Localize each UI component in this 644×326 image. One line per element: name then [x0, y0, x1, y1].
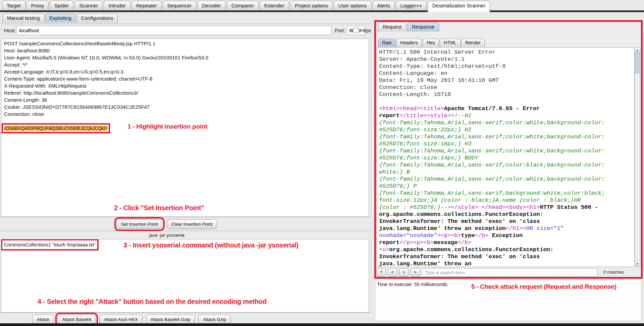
response-line: InvokerTransformer: The method 'exec' on…	[379, 218, 632, 225]
response-text-segment: HTTP Status 500 -	[540, 204, 598, 211]
request-line-post-samplecommonscollections3-testbase6: POST /sampleCommonsCollections3/testBase…	[4, 41, 366, 48]
response-text-segment: org.apache.commons.collections.FunctorEx…	[389, 246, 554, 253]
main-tab-bar: TargetProxySpiderScannerIntruderRepeater…	[2, 1, 490, 10]
search-input[interactable]	[422, 268, 598, 277]
viewtab-hex[interactable]: Hex	[423, 39, 439, 47]
response-text-segment: message	[434, 239, 458, 246]
response-text-segment: {font-family:Tahoma,Arial,sans-serif;col…	[379, 134, 605, 140]
viewtab-render[interactable]: Render	[461, 39, 485, 47]
response-text-segment: <u>	[379, 246, 389, 253]
button-attack-gzip[interactable]: Attack Gzip	[198, 315, 231, 324]
https-checkbox[interactable]	[353, 28, 359, 33]
response-text-segment: java.lang.Runtime' threw an exception	[379, 225, 505, 232]
ysoserial-label: java -jar ysoserial	[149, 233, 184, 238]
viewtab-html[interactable]: HTML	[440, 39, 461, 47]
request-line-accept-language-it-it-it-q-0-8-en-us-q-0: Accept-Language: it-IT,it;q=0.8,en-US;q=…	[4, 69, 366, 76]
response-line: Content-Length: 10718	[379, 91, 632, 98]
tab-alerts[interactable]: Alerts	[372, 1, 394, 10]
response-text-segment: white;} B	[379, 169, 410, 175]
response-text-segment: type	[461, 232, 475, 239]
viewtab-headers[interactable]: Headers	[396, 39, 422, 47]
response-line: Connection: close	[379, 84, 632, 91]
button-attack-ascii-hex[interactable]: Attack Ascii HEX	[99, 315, 143, 324]
response-text-segment: {font-family:Tahoma,Arial,sans-serif;bac…	[379, 190, 605, 196]
response-text-segment: <html><head><title>	[379, 105, 444, 112]
tab-project-options[interactable]: Project options	[290, 1, 333, 10]
response-text-segment: Content-Length: 10718	[379, 91, 451, 98]
button-clear-insertion-point[interactable]: Clear Insertion Point	[167, 219, 217, 229]
button-attack-base64[interactable]: Attack Base64	[57, 315, 96, 324]
response-text-segment: Content-Language: en	[379, 70, 447, 77]
annotation-4: 4 - Select the right "Attack" button bas…	[38, 298, 267, 306]
response-line: {font-family:Tahoma,Arial,sans-serif;col…	[379, 162, 632, 169]
annotation-1: 1 - Highlight insertion point	[127, 123, 207, 130]
scroll-down-icon[interactable]: ▼	[635, 261, 640, 267]
tab-scanner[interactable]: Scanner	[74, 1, 103, 10]
subtab-exploiting[interactable]: Exploiting	[45, 13, 76, 23]
response-text-segment: #525D76;} P	[379, 183, 417, 189]
response-line: Server: Apache-Coyote/1.1	[379, 56, 632, 63]
subtab-configurations[interactable]: Configurations	[77, 13, 118, 23]
tab-user-options[interactable]: User options	[334, 1, 371, 10]
response-text-segment: #525D76;font-size:16px;} H3	[379, 141, 471, 147]
sub-tab-bar: Manual testingExploitingConfigurations	[3, 13, 118, 23]
response-text-segment: #525D76;font-size:22px;} H2	[379, 127, 471, 133]
response-text-segment: </b>	[475, 232, 489, 239]
button-attack[interactable]: Attack	[32, 315, 54, 324]
time-to-execute: Time to execute: 55 milliseconds	[377, 282, 447, 287]
response-text-segment: Apache Tomcat/7.0.65 - Error	[444, 105, 540, 112]
tab-proxy[interactable]: Proxy	[26, 1, 49, 10]
response-line: InvokerTransformer: The method 'exec' on…	[379, 253, 632, 261]
tab-repeater[interactable]: Repeater	[131, 1, 162, 10]
burp-deserialization-scanner-window: TargetProxySpiderScannerIntruderRepeater…	[0, 0, 644, 326]
response-text-segment: java.lang.Runtime' threw an	[379, 261, 471, 267]
tab-deserialization-scanner[interactable]: Deserialization Scanner	[428, 1, 490, 12]
response-text-segment: Connection: close	[379, 84, 437, 91]
response-text-segment: noshade="noshade">	[379, 232, 441, 239]
subtab-manual-testing[interactable]: Manual testing	[3, 13, 44, 23]
response-text-segment: report	[379, 239, 399, 246]
request-line-x-requested-with-xmlhttprequest: X-Requested-With: XMLHttpRequest	[4, 83, 366, 90]
response-raw-view[interactable]: HTTP/1.1 500 Internal Server ErrorServer…	[376, 47, 635, 267]
response-text-segment: <p><b>	[441, 232, 461, 239]
request-line-user-agent-mozilla-5-0-windows-nt-10-0-w: User-Agent: Mozilla/5.0 (Windows NT 10.0…	[4, 55, 366, 62]
response-line: {font-family:Tahoma,Arial,sans-serif;col…	[379, 148, 632, 155]
tab-request[interactable]: Request	[378, 22, 406, 32]
response-line: {font-family:Tahoma,Arial,sans-serif;col…	[379, 120, 632, 127]
response-line: white;} B	[379, 169, 632, 176]
tab-intruder[interactable]: Intruder	[104, 1, 130, 10]
tab-sequencer[interactable]: Sequencer	[163, 1, 197, 10]
button-set-insertion-point[interactable]: Set Insertion Point	[116, 219, 163, 229]
response-scrollbar[interactable]: ▲ ▼	[635, 47, 640, 267]
response-text-segment: </title><style>	[399, 112, 451, 119]
search-help-button[interactable]: ?	[376, 268, 386, 277]
ysoserial-command[interactable]: CommonsCollections1 "touch /tmp/aaaa.txt…	[4, 242, 96, 247]
response-line: #525D76;font-size:14px;} BODY	[379, 155, 632, 162]
host-input[interactable]	[17, 26, 331, 35]
search-add-button[interactable]: +	[399, 268, 409, 277]
response-line: #525D76;} P	[379, 183, 632, 190]
tab-decoder[interactable]: Decoder	[197, 1, 226, 10]
tab-response[interactable]: Response	[407, 22, 439, 32]
button-attack-base64-gzip[interactable]: Attack Base64 Gzip	[146, 315, 195, 324]
search-bar: ? < + >	[376, 268, 598, 277]
request-line-content-type-application-x-www-form-urle: Content-Type: application/x-www-form-url…	[4, 76, 366, 83]
tab-extender[interactable]: Extender	[260, 1, 289, 10]
request-response-tab-bar: RequestResponse	[378, 22, 439, 32]
search-next-button[interactable]: >	[411, 268, 420, 277]
response-line: HTTP/1.1 500 Internal Server Error	[379, 49, 632, 56]
tab-comparer[interactable]: Comparer	[227, 1, 259, 10]
scrollbar-thumb[interactable]	[635, 54, 640, 73]
response-line: {color : #525D76;}--></style> </head><bo…	[379, 204, 632, 211]
response-text-segment: <!--H1	[451, 112, 471, 119]
viewtab-raw[interactable]: Raw	[378, 39, 395, 47]
highlighted-insertion-point[interactable]: rO0ABXQAE0FBQUFBQSBUZXN0IEJCQkJCQkI=	[4, 126, 108, 131]
tab-target[interactable]: Target	[2, 1, 25, 10]
response-line: report</p><p><b>message</b>	[379, 239, 632, 246]
tab-spider[interactable]: Spider	[50, 1, 73, 10]
search-prev-button[interactable]: <	[388, 268, 397, 277]
tab-logger[interactable]: Logger++	[396, 1, 427, 10]
scroll-up-icon[interactable]: ▲	[635, 48, 640, 53]
request-line-accept: Accept: */*	[4, 62, 366, 69]
response-text-segment: InvokerTransformer: The method 'exec' on…	[379, 253, 540, 260]
